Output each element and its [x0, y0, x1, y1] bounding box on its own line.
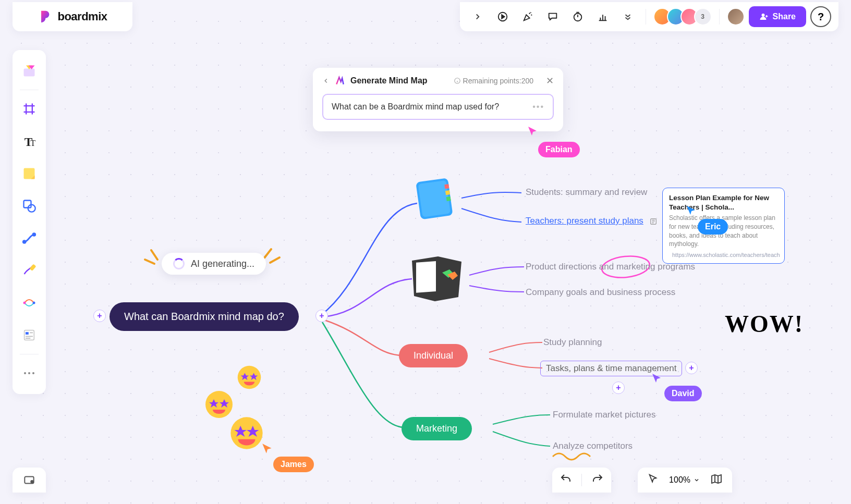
svg-point-24 — [31, 481, 33, 483]
more-chevrons-icon[interactable] — [617, 6, 638, 27]
cursor-pointer-icon — [651, 372, 663, 385]
ai-points-label: Remaining points:200 — [454, 77, 533, 85]
svg-rect-11 — [24, 201, 31, 208]
wow-annotation: WOW! — [725, 310, 804, 338]
pages-button[interactable] — [13, 468, 46, 493]
svg-rect-31 — [416, 261, 436, 293]
more-tools-icon[interactable] — [17, 361, 42, 386]
undo-redo-group — [552, 468, 611, 493]
leaf-study[interactable]: Study planning — [543, 337, 602, 348]
mindmap-tool-icon[interactable] — [17, 290, 42, 315]
svg-point-13 — [23, 241, 26, 243]
connector-tool-icon[interactable] — [17, 226, 42, 251]
play-icon[interactable] — [492, 6, 513, 27]
svg-point-40 — [205, 391, 233, 418]
add-node-left-button[interactable]: + — [93, 310, 106, 322]
svg-point-16 — [23, 302, 26, 304]
timer-icon[interactable] — [567, 6, 588, 27]
close-icon[interactable]: ✕ — [546, 75, 554, 87]
node-individual[interactable]: Individual — [399, 344, 468, 367]
logo-box[interactable]: boardmix — [13, 2, 132, 31]
pen-tool-icon[interactable] — [17, 258, 42, 283]
ai-logo-icon — [335, 76, 345, 86]
ai-input-text: What can be a Boardmix mind map used for… — [332, 102, 499, 112]
chevron-right-icon[interactable] — [467, 6, 488, 27]
left-toolbar: TT — [13, 50, 46, 394]
templates-icon[interactable] — [17, 58, 42, 83]
boardmix-logo-icon — [38, 9, 52, 24]
spinner-icon — [173, 258, 185, 269]
cursor-tag-eric: Eric — [698, 219, 728, 235]
ai-generating-status: AI generating... — [162, 253, 266, 275]
svg-point-14 — [33, 233, 35, 236]
svg-point-37 — [238, 366, 261, 389]
svg-marker-2 — [502, 15, 505, 18]
zoom-controls: 100% — [638, 468, 732, 493]
add-node-button[interactable]: + — [612, 382, 625, 394]
person-add-icon — [759, 12, 769, 21]
leaf-formulate[interactable]: Formulate market pictures — [553, 410, 655, 420]
comment-icon[interactable] — [542, 6, 563, 27]
ai-panel-title: Generate Mind Map — [350, 76, 428, 85]
frame-tool-icon[interactable] — [17, 96, 42, 121]
brand-name: boardmix — [57, 10, 107, 23]
sticky-note-tool-icon[interactable] — [17, 161, 42, 186]
clipboard-icon[interactable] — [407, 253, 467, 302]
svg-point-20 — [24, 372, 26, 374]
undo-button[interactable] — [560, 473, 572, 487]
avatar-overflow-count[interactable]: 3 — [694, 8, 712, 26]
svg-rect-28 — [444, 184, 449, 189]
leaf-analyze[interactable]: Analyze competitors — [553, 441, 633, 451]
info-icon — [454, 77, 461, 84]
chevron-left-icon[interactable] — [322, 77, 330, 84]
document-tool-icon[interactable] — [17, 323, 42, 348]
add-node-button[interactable]: + — [685, 362, 698, 374]
ellipsis-icon: ••• — [532, 102, 544, 112]
share-button[interactable]: Share — [749, 6, 806, 27]
leaf-company[interactable]: Company goals and business process — [526, 287, 675, 298]
ai-generate-panel: Generate Mind Map Remaining points:200 ✕… — [313, 68, 563, 131]
svg-point-17 — [33, 302, 35, 304]
text-tool-icon[interactable]: TT — [17, 129, 42, 154]
svg-rect-15 — [30, 264, 37, 271]
zoom-level[interactable]: 100% — [669, 475, 700, 485]
redo-button[interactable] — [591, 473, 604, 487]
svg-rect-29 — [445, 190, 450, 195]
attachment-icon — [649, 217, 658, 226]
cursor-tag-fabian: Fabian — [538, 142, 580, 157]
svg-point-21 — [28, 372, 30, 374]
celebrate-icon[interactable] — [517, 6, 538, 27]
shape-tool-icon[interactable] — [17, 193, 42, 218]
cursor-pointer-icon — [685, 204, 698, 217]
pointer-tool-icon[interactable] — [647, 473, 659, 487]
svg-rect-30 — [446, 196, 451, 201]
svg-rect-5 — [24, 69, 35, 77]
cursor-pointer-icon — [527, 125, 539, 138]
mindmap-root-node[interactable]: What can Boardmix mind map do? — [110, 302, 299, 331]
star-eyes-emoji-icon — [204, 390, 234, 419]
chart-icon[interactable] — [592, 6, 613, 27]
help-button[interactable]: ? — [810, 6, 831, 27]
collaborator-avatars[interactable]: 3 — [653, 8, 712, 26]
leaf-teachers[interactable]: Teachers: present study plans — [526, 216, 658, 226]
add-node-right-button[interactable]: + — [315, 310, 328, 322]
leaf-students[interactable]: Students: summary and review — [526, 187, 647, 198]
node-marketing[interactable]: Marketing — [402, 417, 472, 440]
svg-point-22 — [32, 372, 34, 374]
cursor-tag-david: David — [664, 386, 702, 401]
ai-input[interactable]: What can be a Boardmix mind map used for… — [322, 94, 554, 120]
card-url: https://www.scholastic.com/teachers/teac… — [669, 252, 778, 258]
star-eyes-emoji-icon — [229, 416, 264, 450]
ai-status-label: AI generating... — [191, 259, 254, 269]
current-user-avatar[interactable] — [727, 8, 745, 26]
svg-point-4 — [761, 14, 764, 17]
cursor-tag-james: James — [273, 457, 314, 472]
map-view-icon[interactable] — [710, 473, 723, 487]
svg-rect-19 — [26, 332, 29, 335]
notebook-icon[interactable] — [412, 176, 459, 223]
topbar: 3 Share ? — [460, 2, 838, 31]
share-label: Share — [773, 12, 796, 21]
star-eyes-emoji-icon — [237, 365, 262, 390]
svg-text:T: T — [30, 138, 35, 148]
chevron-down-icon — [694, 477, 700, 483]
